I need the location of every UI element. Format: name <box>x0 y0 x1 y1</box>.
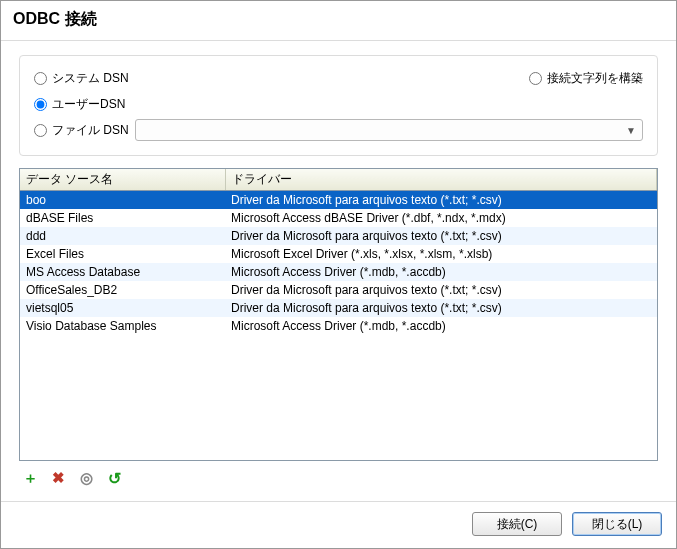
col-header-name[interactable]: データ ソース名 <box>20 169 225 191</box>
table-row[interactable]: booDriver da Microsoft para arquivos tex… <box>20 191 657 209</box>
table-toolbar: ＋ ✖ ◎ ↺ <box>19 461 658 491</box>
cell-driver: Driver da Microsoft para arquivos texto … <box>225 281 657 299</box>
delete-icon[interactable]: ✖ <box>49 469 67 487</box>
table-row[interactable]: MS Access DatabaseMicrosoft Access Drive… <box>20 263 657 281</box>
cell-dsn-name: Excel Files <box>20 245 225 263</box>
refresh-icon[interactable]: ↺ <box>105 469 123 487</box>
cell-dsn-name: MS Access Database <box>20 263 225 281</box>
radio-build-conn[interactable]: 接続文字列を構築 <box>529 70 643 87</box>
cell-driver: Driver da Microsoft para arquivos texto … <box>225 191 657 209</box>
cell-dsn-name: Visio Database Samples <box>20 317 225 335</box>
table-row[interactable]: Visio Database SamplesMicrosoft Access D… <box>20 317 657 335</box>
radio-user-dsn-label: ユーザーDSN <box>52 96 125 113</box>
radio-system-dsn-input[interactable] <box>34 72 47 85</box>
connect-button[interactable]: 接続(C) <box>472 512 562 536</box>
radio-build-conn-input[interactable] <box>529 72 542 85</box>
dsn-type-group: システム DSN 接続文字列を構築 ユーザーDSN ファイル DSN <box>19 55 658 156</box>
close-button[interactable]: 閉じる(L) <box>572 512 662 536</box>
radio-user-dsn[interactable]: ユーザーDSN <box>34 96 125 113</box>
dsn-table[interactable]: データ ソース名 ドライバー booDriver da Microsoft pa… <box>20 169 657 335</box>
cell-dsn-name: boo <box>20 191 225 209</box>
radio-system-dsn-label: システム DSN <box>52 70 129 87</box>
cell-dsn-name: vietsql05 <box>20 299 225 317</box>
cell-driver: Microsoft Excel Driver (*.xls, *.xlsx, *… <box>225 245 657 263</box>
dsn-table-container: データ ソース名 ドライバー booDriver da Microsoft pa… <box>19 168 658 461</box>
dialog-footer: 接続(C) 閉じる(L) <box>1 501 676 548</box>
dialog-title: ODBC 接続 <box>1 1 676 41</box>
odbc-dialog: ODBC 接続 システム DSN 接続文字列を構築 ユーザーDSN <box>0 0 677 549</box>
table-row[interactable]: vietsql05Driver da Microsoft para arquiv… <box>20 299 657 317</box>
table-row[interactable]: OfficeSales_DB2Driver da Microsoft para … <box>20 281 657 299</box>
radio-file-dsn-label: ファイル DSN <box>52 122 129 139</box>
edit-icon[interactable]: ◎ <box>77 469 95 487</box>
chevron-down-icon: ▼ <box>626 125 636 136</box>
file-dsn-dropdown[interactable]: ▼ <box>135 119 643 141</box>
radio-build-conn-label: 接続文字列を構築 <box>547 70 643 87</box>
dialog-content: システム DSN 接続文字列を構築 ユーザーDSN ファイル DSN <box>1 41 676 501</box>
table-row[interactable]: dddDriver da Microsoft para arquivos tex… <box>20 227 657 245</box>
col-header-driver[interactable]: ドライバー <box>225 169 657 191</box>
radio-user-dsn-input[interactable] <box>34 98 47 111</box>
cell-driver: Driver da Microsoft para arquivos texto … <box>225 299 657 317</box>
add-icon[interactable]: ＋ <box>21 469 39 487</box>
radio-file-dsn-input[interactable] <box>34 124 47 137</box>
cell-dsn-name: ddd <box>20 227 225 245</box>
table-row[interactable]: dBASE FilesMicrosoft Access dBASE Driver… <box>20 209 657 227</box>
cell-driver: Microsoft Access Driver (*.mdb, *.accdb) <box>225 317 657 335</box>
table-row[interactable]: Excel FilesMicrosoft Excel Driver (*.xls… <box>20 245 657 263</box>
cell-dsn-name: OfficeSales_DB2 <box>20 281 225 299</box>
cell-driver: Microsoft Access dBASE Driver (*.dbf, *.… <box>225 209 657 227</box>
cell-driver: Driver da Microsoft para arquivos texto … <box>225 227 657 245</box>
table-empty-area <box>20 335 657 461</box>
cell-driver: Microsoft Access Driver (*.mdb, *.accdb) <box>225 263 657 281</box>
cell-dsn-name: dBASE Files <box>20 209 225 227</box>
radio-file-dsn[interactable]: ファイル DSN <box>34 122 129 139</box>
radio-system-dsn[interactable]: システム DSN <box>34 70 129 87</box>
